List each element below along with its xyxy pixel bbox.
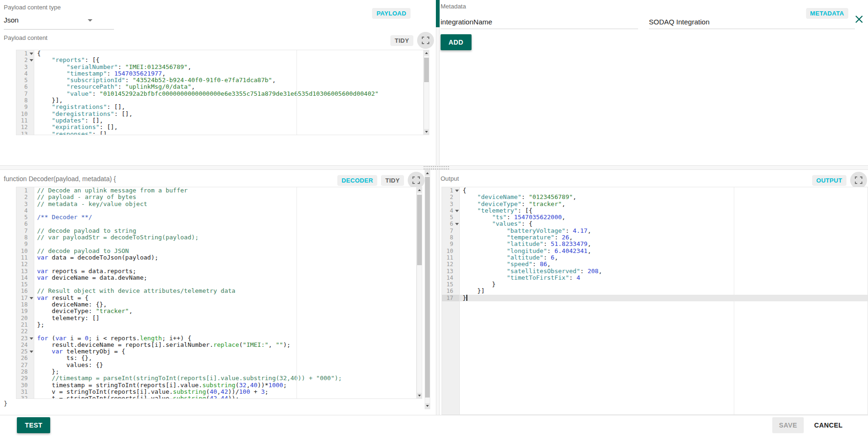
code-line: var result = { — [34, 295, 416, 301]
fullscreen-icon — [855, 176, 862, 184]
gutter-line-number: 27 — [16, 362, 34, 368]
code-line: deviceName: {}, — [34, 301, 416, 308]
scroll-up-icon[interactable] — [417, 187, 422, 193]
gutter-line-number: 10 — [16, 248, 34, 254]
gutter-line-number: 2 — [16, 194, 34, 200]
code-fold-icon[interactable] — [30, 297, 33, 299]
code-line: // var payloadStr = decodeToString(paylo… — [34, 234, 416, 241]
metadata-value-input[interactable] — [649, 15, 855, 29]
code-line: }] — [460, 288, 868, 294]
code-line: }; — [34, 368, 416, 375]
print-margin-line — [297, 187, 297, 398]
splitter-grip[interactable] — [424, 166, 449, 169]
code-line — [34, 221, 416, 227]
code-fold-icon[interactable] — [455, 223, 459, 225]
add-metadata-button[interactable]: ADD — [441, 34, 472, 50]
gutter-line-number: 20 — [16, 315, 34, 321]
gutter-line-number: 32 — [16, 395, 34, 399]
scrollbar-thumb[interactable] — [424, 58, 429, 82]
decoder-toolbar: DECODER TIDY — [337, 172, 425, 189]
gutter-line-number: 4 — [16, 70, 34, 77]
scrollbar-thumb[interactable] — [425, 177, 430, 398]
output-code-editor[interactable]: 1234567891011121314151617 { "deviceName"… — [442, 187, 868, 415]
gutter-line-number: 18 — [16, 301, 34, 308]
metadata-delete-icon[interactable] — [854, 14, 864, 24]
output-editor-gutter: 1234567891011121314151617 — [442, 187, 460, 414]
payload-content-type-select[interactable]: Json — [4, 14, 114, 30]
gutter-line-number: 15 — [16, 281, 34, 288]
horizontal-splitter[interactable] — [0, 165, 868, 170]
payload-editor-code: { "reports": [{ "serialNumber": "IMEI:01… — [34, 50, 423, 135]
gutter-line-number: 2 — [442, 194, 459, 200]
code-fold-icon[interactable] — [455, 190, 459, 192]
decoder-code-editor[interactable]: 1234567891011121314151617181920212223242… — [16, 187, 417, 399]
code-line: // decode payload to JSON — [34, 248, 416, 254]
scrollbar-thumb[interactable] — [417, 195, 422, 265]
gutter-line-number: 17 — [442, 295, 459, 301]
gutter-line-number: 4 — [442, 207, 459, 214]
payload-tidy-button[interactable]: TIDY — [390, 35, 413, 46]
scroll-down-icon[interactable] — [425, 403, 430, 409]
code-line: result.deviceName = reports[i].serialNum… — [34, 342, 416, 348]
code-line: // decode payload to string — [34, 228, 416, 234]
payload-editor-scrollbar[interactable] — [424, 50, 429, 135]
code-line: var telemetryObj = { — [34, 348, 416, 355]
code-line: "speed": 86, — [460, 261, 868, 268]
code-line: } — [460, 281, 868, 288]
gutter-line-number: 8 — [16, 97, 34, 104]
gutter-line-number: 22 — [16, 328, 34, 335]
code-line: ts: {}, — [34, 355, 416, 361]
gutter-line-number: 1 — [16, 187, 34, 194]
gutter-line-number: 11 — [442, 254, 459, 261]
scroll-up-icon[interactable] — [424, 50, 429, 56]
decoder-panel-scrollbar[interactable] — [425, 170, 430, 409]
payload-code-editor[interactable]: 12345678910111213 { "reports": [{ "seria… — [16, 50, 424, 135]
code-line: "deregistrations": [], — [34, 111, 423, 117]
code-line: "responses": [] — [34, 131, 423, 135]
print-margin-line — [734, 187, 734, 414]
gutter-line-number: 14 — [442, 275, 459, 281]
gutter-line-number: 9 — [442, 241, 459, 247]
code-line: var data = decodeToJson(payload); — [34, 254, 416, 261]
metadata-key-input[interactable] — [441, 15, 638, 29]
decoder-tidy-button[interactable]: TIDY — [381, 175, 404, 186]
output-editor-code: { "deviceName": "0123456789", "deviceTyp… — [460, 187, 868, 414]
code-line: "telemetry": [{ — [460, 207, 868, 214]
scroll-up-icon[interactable] — [425, 170, 430, 176]
decoder-editor-code: // Decode an uplink message from a buffe… — [34, 187, 416, 398]
code-line: // payload - array of bytes — [34, 194, 416, 200]
gutter-line-number: 23 — [16, 335, 34, 342]
scroll-down-icon[interactable] — [424, 129, 429, 135]
code-line: "latitude": 51.8233479, — [460, 241, 868, 247]
code-line: } — [460, 295, 868, 301]
output-badge: OUTPUT — [812, 175, 846, 186]
output-panel: Output OUTPUT 1234567891011121314151617 … — [440, 170, 868, 415]
scroll-down-icon[interactable] — [417, 393, 422, 398]
code-fold-icon[interactable] — [30, 59, 33, 61]
gutter-line-number: 7 — [16, 91, 34, 97]
code-fold-icon[interactable] — [455, 210, 459, 212]
code-fold-icon[interactable] — [30, 351, 33, 353]
payload-fullscreen-button[interactable] — [417, 32, 434, 49]
code-fold-icon[interactable] — [30, 337, 33, 340]
vertical-splitter[interactable] — [436, 27, 440, 415]
payload-panel: Payload content type Json PAYLOAD Payloa… — [0, 0, 436, 138]
gutter-line-number: 6 — [16, 84, 34, 90]
decoder-editor-scrollbar[interactable] — [417, 187, 422, 399]
decoder-fullscreen-button[interactable] — [408, 172, 425, 189]
payload-toolbar: TIDY — [390, 32, 434, 49]
gutter-line-number: 30 — [16, 382, 34, 389]
decoder-closing-brace: } — [4, 400, 8, 407]
gutter-line-number: 6 — [442, 221, 459, 227]
gutter-line-number: 1 — [442, 187, 459, 194]
gutter-line-number: 25 — [16, 348, 34, 355]
code-line: "deviceType": "tracker", — [460, 201, 868, 207]
test-button[interactable]: TEST — [17, 417, 50, 433]
cancel-button[interactable]: CANCEL — [807, 417, 849, 433]
code-fold-icon[interactable] — [30, 53, 33, 55]
gutter-line-number: 13 — [16, 131, 34, 135]
gutter-line-number: 10 — [442, 248, 459, 254]
output-toolbar: OUTPUT — [812, 172, 867, 189]
code-line: }; — [34, 321, 416, 328]
output-fullscreen-button[interactable] — [850, 172, 867, 189]
